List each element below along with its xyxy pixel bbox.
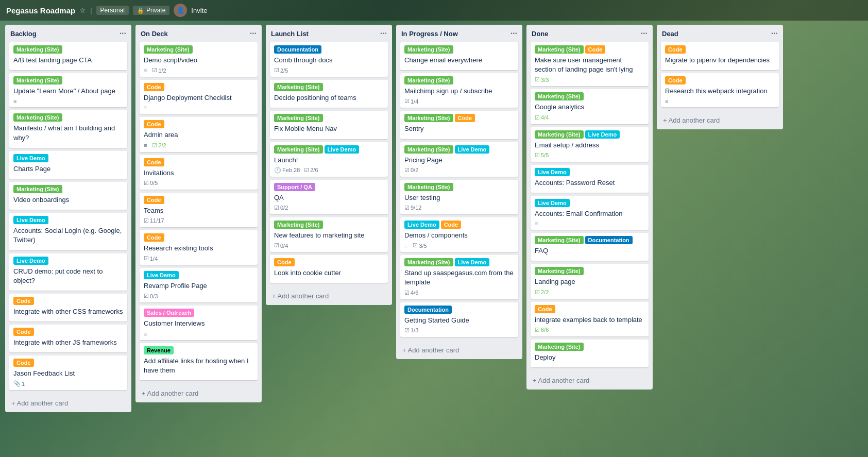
card[interactable]: Live DemoRevamp Profile Page☑ 0/3 — [140, 268, 258, 302]
add-card-done[interactable]: + Add another card — [529, 374, 651, 387]
card-meta: ☑ 0/2 — [404, 167, 514, 174]
card[interactable]: Marketing (Site)Fix Mobile Menu Nav — [270, 111, 388, 139]
card-title: QA — [274, 193, 384, 202]
card-meta-item: 📎 1 — [13, 380, 25, 387]
card-labels: Live Demo — [144, 271, 253, 279]
card[interactable]: CodeResearch this webpack integration≡ — [661, 73, 779, 107]
meta-icon: ☑ — [535, 289, 540, 296]
card[interactable]: Marketing (Site)New features to marketin… — [270, 217, 388, 252]
column-menu-icon[interactable]: ··· — [120, 29, 126, 38]
column-header-in-progress: In Progress / Now··· — [396, 25, 522, 40]
card[interactable]: Marketing (Site)DocumentationFAQ — [531, 233, 649, 261]
card-label: Live Demo — [455, 145, 490, 154]
meta-icon: ≡ — [144, 67, 147, 74]
card-label: Live Demo — [13, 257, 48, 265]
card-title: Demo script/video — [144, 56, 253, 65]
card-label: Marketing (Site) — [274, 145, 323, 154]
card[interactable]: Marketing (Site)Change email everywhere — [400, 42, 518, 70]
column-dead: Dead···CodeMigrate to pipenv for depende… — [657, 25, 783, 129]
card-label: Code — [665, 76, 686, 84]
star-icon[interactable]: ☆ — [79, 6, 86, 14]
card[interactable]: CodeIntegrate with other JS frameworks — [9, 325, 127, 352]
column-menu-icon[interactable]: ··· — [771, 29, 778, 38]
card[interactable]: Marketing (Site)Manifesto / what am I bu… — [9, 110, 127, 147]
card[interactable]: Live DemoCharts Page — [9, 151, 127, 179]
card[interactable]: Live DemoAccounts: Password Reset — [531, 165, 649, 193]
card[interactable]: RevenueAdd affiliate links for hosting w… — [140, 343, 258, 380]
add-card-on-deck[interactable]: + Add another card — [138, 386, 260, 400]
avatar[interactable]: 👤 — [174, 4, 187, 17]
personal-badge[interactable]: Personal — [96, 6, 129, 15]
card[interactable]: CodeMigrate to pipenv for dependencies — [661, 42, 779, 70]
card[interactable]: CodeDjango Deployment Checklist≡ — [140, 80, 258, 114]
card[interactable]: DocumentationComb through docs☑ 2/5 — [270, 42, 388, 77]
card[interactable]: Marketing (Site)CodeSentry — [400, 111, 518, 139]
card-meta: ≡ ☑ 1/2 — [144, 67, 253, 74]
card[interactable]: Marketing (Site)Video onboardings — [9, 182, 127, 210]
column-backlog: Backlog···Marketing (Site)A/B test landi… — [5, 25, 131, 412]
card-label: Marketing (Site) — [404, 183, 453, 191]
private-badge[interactable]: 🔒 Private — [133, 6, 169, 15]
card-meta-item: ☑ 1/4 — [144, 255, 158, 262]
card[interactable]: Codeintegrate examples back to template☑… — [531, 302, 649, 336]
card[interactable]: Live DemoCodeDemos / components≡ ☑ 3/5 — [400, 217, 518, 252]
card-title: Manifesto / what am I building and why? — [13, 124, 123, 142]
meta-icon: ☑ — [404, 98, 410, 105]
column-in-progress: In Progress / Now···Marketing (Site)Chan… — [396, 25, 522, 359]
column-cards-launch-list: DocumentationComb through docs☑ 2/5Marke… — [266, 40, 392, 288]
card[interactable]: Marketing (Site)User testing☑ 9/12 — [400, 180, 518, 214]
add-card-dead[interactable]: + Add another card — [659, 113, 781, 127]
card[interactable]: Live DemoAccounts: Email Confirmation≡ — [531, 196, 649, 230]
card[interactable]: Marketing (Site)Google analytics☑ 4/4 — [531, 89, 649, 124]
card-title: Pricing Page — [404, 156, 514, 165]
add-card-in-progress[interactable]: + Add another card — [398, 343, 520, 357]
card-title: Add affiliate links for hosting when I h… — [144, 357, 253, 375]
card-meta: ☑ 2/2 — [535, 289, 644, 296]
column-menu-icon[interactable]: ··· — [510, 29, 517, 38]
card-title: Launch! — [274, 156, 384, 165]
card[interactable]: DocumentationGetting Started Guide☑ 1/3 — [400, 302, 518, 337]
card[interactable]: Marketing (Site)Decide positioning of te… — [270, 80, 388, 108]
card[interactable]: CodeIntegrate with other CSS frameworks — [9, 294, 127, 321]
invite-button[interactable]: Invite — [191, 7, 207, 14]
card[interactable]: Marketing (Site)A/B test landing page CT… — [9, 42, 127, 70]
column-menu-icon[interactable]: ··· — [641, 29, 648, 38]
card[interactable]: CodeJason Feedback List📎 1 — [9, 356, 127, 390]
card[interactable]: CodeInvitations☑ 0/5 — [140, 155, 258, 190]
card[interactable]: Marketing (Site)Demo script/video≡ ☑ 1/2 — [140, 42, 258, 77]
card[interactable]: Marketing (Site)Live DemoEmail setup / a… — [531, 127, 649, 162]
card[interactable]: CodeResearch existing tools☑ 1/4 — [140, 230, 258, 265]
card-labels: Marketing (Site)Documentation — [535, 236, 644, 244]
card-meta-item: ☑ 5/5 — [535, 152, 549, 159]
meta-icon: 📎 — [13, 380, 21, 387]
card[interactable]: Marketing (Site)Update "Learn More" / Ab… — [9, 73, 127, 107]
card[interactable]: Sales / OutreachCustomer Interviews≡ — [140, 306, 258, 340]
card[interactable]: Marketing (Site)Mailchimp sign up / subs… — [400, 73, 518, 108]
card[interactable]: Live DemoAccounts: Social Login (e.g. Go… — [9, 213, 127, 250]
meta-icon: ☑ — [404, 167, 410, 174]
card-label: Marketing (Site) — [13, 185, 62, 193]
card[interactable]: CodeLook into cookie cutter — [270, 255, 388, 283]
add-card-backlog[interactable]: + Add another card — [7, 396, 129, 410]
card[interactable]: Marketing (Site)CodeMake sure user manag… — [531, 42, 649, 86]
card[interactable]: Marketing (Site)Live DemoPricing Page☑ 0… — [400, 142, 518, 177]
card-meta: ☑ 3/3 — [535, 76, 644, 83]
add-card-launch-list[interactable]: + Add another card — [268, 289, 390, 303]
column-menu-icon[interactable]: ··· — [250, 29, 257, 38]
meta-text: 6/6 — [541, 327, 549, 333]
card[interactable]: Marketing (Site)Landing page☑ 2/2 — [531, 264, 649, 298]
card-label: Documentation — [404, 306, 452, 314]
card[interactable]: Live DemoCRUD demo: put code next to obj… — [9, 253, 127, 291]
column-menu-icon[interactable]: ··· — [380, 29, 387, 38]
card-meta: ☑ 0/3 — [144, 293, 253, 299]
card[interactable]: CodeAdmin area≡ ☑ 2/2 — [140, 117, 258, 151]
card[interactable]: Support / QAQA☑ 0/2 — [270, 180, 388, 214]
card-labels: Live Demo — [13, 257, 123, 265]
meta-text: 1/3 — [411, 327, 418, 333]
card[interactable]: Marketing (Site)Live DemoLaunch!🕐 Feb 28… — [270, 142, 388, 177]
card-title: Customer Interviews — [144, 319, 253, 328]
card[interactable]: Marketing (Site)Live DemoStand up saaspe… — [400, 255, 518, 299]
card[interactable]: CodeTeams☑ 11/17 — [140, 193, 258, 227]
card[interactable]: Marketing (Site)Deploy — [531, 340, 649, 367]
card-labels: Code — [13, 328, 123, 336]
